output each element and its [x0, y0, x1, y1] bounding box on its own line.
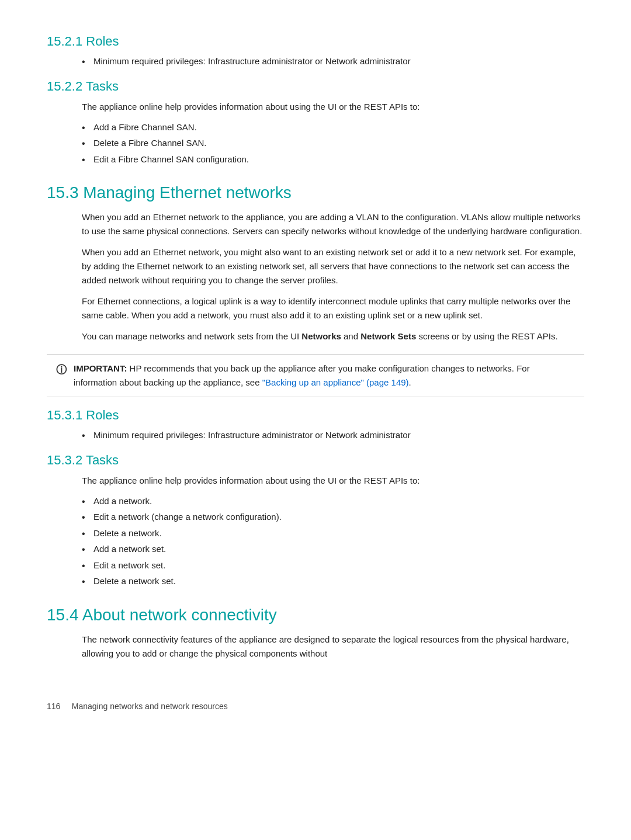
- tasks-intro-15-3-2: The appliance online help provides infor…: [82, 474, 584, 488]
- page-number: 116: [47, 702, 60, 711]
- list-item: Minimum required privileges: Infrastruct…: [82, 55, 584, 68]
- para1-15-3: When you add an Ethernet network to the …: [82, 210, 584, 238]
- para1-15-4: The network connectivity features of the…: [82, 633, 584, 661]
- list-item: Delete a Fibre Channel SAN.: [82, 137, 584, 150]
- list-item: Delete a network set.: [82, 575, 584, 588]
- list-item: Edit a network (change a network configu…: [82, 511, 584, 524]
- tasks-list-15-2-2: Add a Fibre Channel SAN. Delete a Fibre …: [82, 121, 584, 166]
- list-item: Edit a network set.: [82, 559, 584, 572]
- list-item: Delete a network.: [82, 527, 584, 540]
- heading-15-2-1: 15.2.1 Roles: [47, 34, 584, 49]
- roles-list-15-2-1: Minimum required privileges: Infrastruct…: [82, 55, 584, 68]
- list-item: Add a network.: [82, 495, 584, 508]
- backing-up-link[interactable]: "Backing up an appliance" (page 149): [262, 377, 409, 387]
- heading-15-3-1: 15.3.1 Roles: [47, 408, 584, 423]
- important-text: IMPORTANT: HP recommends that you back u…: [74, 362, 575, 390]
- tasks-intro-15-2-2: The appliance online help provides infor…: [82, 100, 584, 114]
- roles-list-15-3-1: Minimum required privileges: Infrastruct…: [82, 429, 584, 442]
- important-box: ⓘ IMPORTANT: HP recommends that you back…: [47, 354, 584, 397]
- heading-15-4: 15.4 About network connectivity: [47, 606, 584, 624]
- list-item: Add a Fibre Channel SAN.: [82, 121, 584, 134]
- list-item: Add a network set.: [82, 543, 584, 556]
- heading-15-2-2: 15.2.2 Tasks: [47, 79, 584, 94]
- heading-15-3: 15.3 Managing Ethernet networks: [47, 183, 584, 202]
- para2-15-3: When you add an Ethernet network, you mi…: [82, 245, 584, 287]
- heading-15-3-2: 15.3.2 Tasks: [47, 453, 584, 468]
- important-icon: ⓘ: [56, 363, 67, 377]
- tasks-list-15-3-2: Add a network. Edit a network (change a …: [82, 495, 584, 588]
- list-item: Edit a Fibre Channel SAN configuration.: [82, 153, 584, 166]
- para4-15-3: You can manage networks and network sets…: [82, 329, 584, 343]
- para3-15-3: For Ethernet connections, a logical upli…: [82, 294, 584, 322]
- page-footer: 116 Managing networks and network resour…: [47, 696, 584, 711]
- page-container: 15.2.1 Roles Minimum required privileges…: [0, 0, 631, 746]
- list-item: Minimum required privileges: Infrastruct…: [82, 429, 584, 442]
- footer-description: Managing networks and network resources: [72, 702, 228, 711]
